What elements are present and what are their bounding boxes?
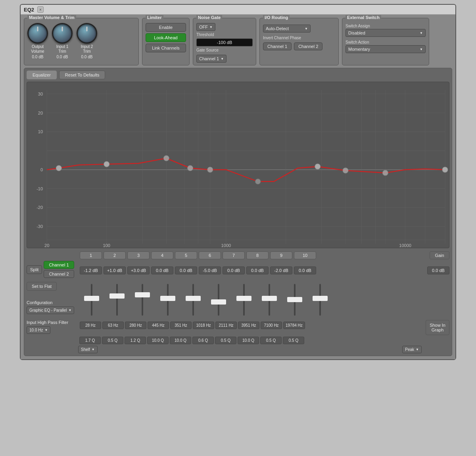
output-volume-value: 0.0 dB: [32, 55, 44, 59]
channel1-button[interactable]: Channel 1: [44, 261, 74, 269]
svg-point-41: [207, 167, 213, 172]
eq-graph-svg: 30 20 10 0 -10 -20 -30 20 100 1000 10000: [27, 82, 449, 248]
freq-val-9: 7100 Hz: [261, 322, 282, 329]
freq-val-10: 19784 Hz: [283, 322, 305, 329]
show-in-graph-button[interactable]: Show InGraph: [426, 320, 449, 335]
q-val-8: 10.0 Q: [238, 337, 259, 344]
filter-section: Input High Pass Filter 10.0 Hz ▼ 28 Hz63…: [27, 320, 449, 353]
band-num-5[interactable]: 5: [175, 251, 197, 259]
shelf-dropdown[interactable]: Shelf ▼: [78, 346, 98, 353]
lookahead-button[interactable]: Look-Ahead: [146, 33, 186, 42]
enable-button[interactable]: Enable: [146, 23, 186, 32]
slider-10[interactable]: [308, 282, 332, 318]
channel2-button[interactable]: Channel 2: [44, 270, 74, 278]
freq-val-5: 351 Hz: [170, 322, 192, 329]
title-bar: EQ2 ×: [21, 5, 455, 15]
input2-trim-knob[interactable]: [77, 23, 97, 44]
band-num-10[interactable]: 10: [294, 251, 316, 259]
config-arrow-icon: ▼: [68, 308, 71, 312]
eq-section: Equalizer Reset To Defaults: [24, 68, 452, 356]
band-num-2[interactable]: 2: [104, 251, 126, 259]
knobs-row: OutputVolume 0.0 dB Input 1Trim 0.0 dB I…: [27, 23, 135, 59]
slider-1[interactable]: [80, 282, 104, 318]
show-in-graph-label: Show InGraph: [430, 323, 445, 332]
peak-dropdown[interactable]: Peak ▼: [402, 346, 422, 353]
svg-point-44: [343, 168, 348, 173]
invert-ch1-button[interactable]: Channel 1: [263, 42, 292, 50]
output-volume-knob-container: OutputVolume 0.0 dB: [27, 23, 48, 59]
svg-point-43: [315, 164, 321, 169]
close-button[interactable]: ×: [37, 6, 44, 13]
band-val-8: 0.0 dB: [246, 266, 269, 274]
switch-assign-dropdown[interactable]: Disabled ▼: [345, 29, 426, 37]
svg-point-39: [163, 155, 169, 161]
threshold-value: -100 dB: [196, 38, 253, 46]
link-channels-button[interactable]: Link Channels: [146, 44, 186, 52]
svg-point-45: [382, 170, 388, 176]
svg-point-46: [442, 167, 448, 172]
invert-row: Channel 1 Channel 2: [263, 42, 335, 50]
input1-trim-label: Input 1Trim: [56, 44, 69, 54]
band-val-5: 0.0 dB: [175, 266, 197, 274]
svg-text:30: 30: [38, 92, 43, 96]
freq-val-1: 28 Hz: [80, 322, 101, 329]
input1-trim-knob-container: Input 1Trim 0.0 dB: [52, 23, 73, 59]
band-num-7[interactable]: 7: [223, 251, 245, 259]
slider-9[interactable]: [283, 282, 307, 318]
eq-controls: 12345678910 Gain Split Channel 1 Channel…: [27, 251, 449, 353]
switch-assign-arrow-icon: ▼: [420, 31, 423, 35]
band-val-1: -1.2 dB: [80, 266, 102, 274]
momentary-label: Momentary: [348, 47, 370, 52]
slider-5[interactable]: [181, 282, 205, 318]
svg-text:10000: 10000: [399, 243, 411, 248]
q-val-6: 0.6 Q: [192, 337, 214, 344]
q-val-1: 1.7 Q: [79, 337, 101, 344]
invert-ch2-button[interactable]: Channel 2: [294, 42, 322, 50]
gate-source-dropdown[interactable]: Channel 1 ▼: [196, 55, 226, 63]
noise-gate-panel-title: Noise Gate: [196, 15, 222, 20]
slider-6[interactable]: [207, 282, 230, 318]
main-content: Master Volume & Trim OutputVolume 0.0 dB…: [21, 15, 455, 359]
noise-gate-off-row: OFF ▼: [196, 23, 253, 31]
band-num-3[interactable]: 3: [127, 251, 150, 259]
slider-2[interactable]: [105, 282, 129, 318]
config-value: Graphic EQ - Parallel: [29, 308, 67, 312]
band-num-1[interactable]: 1: [80, 251, 102, 259]
noise-gate-off-label: OFF: [199, 25, 208, 29]
svg-text:1000: 1000: [221, 243, 231, 248]
auto-detect-dropdown[interactable]: Auto-Detect ▼: [263, 25, 311, 33]
band-num-6[interactable]: 6: [199, 251, 221, 259]
input2-trim-value: 0.0 dB: [81, 55, 93, 59]
input1-trim-knob[interactable]: [52, 23, 73, 44]
band-num-4[interactable]: 4: [151, 251, 173, 259]
svg-point-42: [255, 179, 261, 184]
peak-arrow-icon: ▼: [416, 348, 419, 351]
master-panel-title: Master Volume & Trim: [27, 15, 76, 20]
split-button[interactable]: Split: [27, 265, 42, 274]
q-val-9: 0.5 Q: [260, 337, 282, 344]
set-to-flat-button[interactable]: Set to Flat: [27, 282, 57, 291]
hpf-dropdown[interactable]: 10.0 Hz ▼: [27, 326, 50, 334]
output-volume-knob[interactable]: [27, 23, 48, 44]
band-num-9[interactable]: 9: [270, 251, 292, 259]
reset-defaults-tab[interactable]: Reset To Defaults: [59, 71, 106, 79]
peak-label: Peak: [405, 347, 414, 352]
split-area: Split Channel 1 Channel 2: [27, 261, 78, 280]
config-dropdown[interactable]: Graphic EQ - Parallel ▼: [27, 307, 74, 314]
noise-gate-dropdown[interactable]: OFF ▼: [196, 23, 215, 31]
switch-action-arrow-icon: ▼: [420, 48, 423, 51]
hpf-label: Input High Pass Filter: [27, 320, 78, 325]
slider-4[interactable]: [156, 282, 180, 318]
q-val-3: 1.2 Q: [125, 337, 146, 344]
slider-3[interactable]: [131, 282, 154, 318]
svg-point-40: [188, 165, 193, 171]
gate-source-label: Gate Source: [196, 48, 253, 52]
switch-action-dropdown[interactable]: Momentary ▼: [345, 45, 426, 53]
slider-8[interactable]: [257, 282, 281, 318]
band-val-9: -2.0 dB: [270, 266, 292, 274]
band-num-8[interactable]: 8: [246, 251, 269, 259]
slider-7[interactable]: [232, 282, 256, 318]
shelf-label: Shelf: [81, 347, 90, 352]
equalizer-tab[interactable]: Equalizer: [27, 71, 57, 79]
auto-detect-label: Auto-Detect: [266, 26, 289, 31]
